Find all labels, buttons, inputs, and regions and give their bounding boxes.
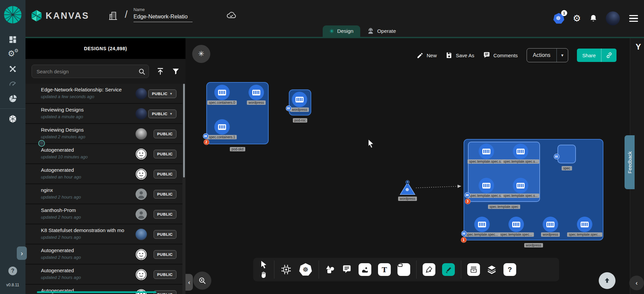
visibility-badge[interactable]: PUBLIC [154,190,176,199]
visibility-badge[interactable]: PUBLIC [154,230,176,239]
visibility-badge-label: PUBLIC [157,252,173,256]
container-node-spec.template.spec.s...[interactable] [513,144,528,159]
container-node-spec.template.spec.s...[interactable] [479,178,494,193]
drawer-tool[interactable] [467,263,480,276]
container-node-wordpress[interactable] [249,85,264,100]
visibility-badge[interactable]: PUBLIC [154,270,176,279]
notifications-bell-icon[interactable] [589,14,598,23]
settings-gear-icon[interactable]: ⚙ [573,14,581,23]
visibility-badge[interactable]: PUBLIC [154,290,176,294]
design-list-item[interactable]: Autogeneratedupdated 10 minutes agoPUBLI… [25,144,185,164]
design-list-item[interactable]: Autogeneratedupdated 2 hours agoPUBLIC [25,265,185,285]
visibility-badge[interactable]: PUBLIC [154,130,176,138]
container-node-spec.template.spec...[interactable] [474,217,490,232]
import-design-icon[interactable] [156,67,164,75]
help-tool[interactable]: ? [503,263,516,276]
container-bar [583,223,584,226]
visibility-badge[interactable]: PUBLIC [154,210,176,219]
meshery-logo[interactable] [3,5,22,24]
zoom-in-button[interactable] [193,272,211,290]
container-node-wordpress[interactable] [292,92,307,107]
design-list-item[interactable]: Reviewing Designsupdated 2 minutes agoPU… [25,124,185,144]
design-name-input[interactable]: Edge-Network-Relatio [133,12,193,22]
collapse-left-chevron[interactable]: ‹ [185,274,193,291]
container-node-spec.containers.1[interactable] [214,119,230,135]
freehand-tool[interactable] [442,263,455,276]
filter-funnel-icon[interactable] [172,67,180,75]
kubernetes-triangle-node[interactable] [399,182,416,195]
user-avatar[interactable] [606,11,620,25]
container-bar [515,223,516,226]
sidebar-item-catalog[interactable] [0,91,25,106]
cursor-tool[interactable] [260,261,268,269]
tab-operate[interactable]: Operate [360,25,403,37]
feedback-label: Feedback [627,151,633,173]
design-title: Autogenerated [41,268,131,273]
container-node-wordpress[interactable] [543,217,558,232]
design-list-item[interactable]: nginxupdated 2 hours agoPUBLIC [25,184,185,204]
design-list-item[interactable]: Santhosh-Promupdated 2 hours agoPUBLIC [25,204,185,224]
kubernetes-context-switcher[interactable]: ☸ 1 [553,12,565,24]
visibility-badge[interactable]: PUBLIC [154,250,176,259]
cloud-saved-icon[interactable] [226,11,237,21]
container-node-spec.template.spec.s...[interactable] [479,144,494,159]
visibility-badge[interactable]: PUBLIC▼ [148,89,176,98]
feedback-button[interactable]: Feedback [625,135,635,189]
design-search-input[interactable] [32,65,149,78]
visibility-badge[interactable]: PUBLIC [154,150,176,158]
design-list-item[interactable]: K8 Statefulset demonstration with moupda… [25,224,185,244]
design-list-item[interactable]: Autogeneratedupdated an hour agoPUBLIC [25,164,185,184]
container-node-spec.template.spec...[interactable] [508,217,524,232]
expand-sidebar-chevron[interactable]: › [17,246,27,260]
component-tool[interactable] [280,264,292,275]
search-icon[interactable] [138,68,146,77]
new-button[interactable]: New [417,52,437,59]
group-node-spec[interactable] [557,145,576,163]
sidebar-item-lifecycle[interactable]: ⚙ ⚙ [0,47,25,62]
sidebar-item-extensions[interactable] [0,112,25,126]
design-list-item[interactable]: Autogeneratedupdated 2 hours agoPUBLIC [25,244,185,265]
sidebar-item-configuration[interactable] [0,62,25,76]
save-as-label: Save As [456,53,474,58]
design-list-item[interactable]: Reviewing Designsupdated a minute agoPUB… [25,104,185,124]
kanvas-logo[interactable]: KANVAS [31,9,89,22]
pen-tool[interactable] [423,263,435,276]
container-node-spec.containers.0[interactable] [214,85,230,100]
toolbar-divider [319,261,319,279]
canvas-kubernetes-button[interactable]: ✳ [192,45,210,63]
help-button[interactable]: ? [8,267,17,275]
collapse-right-chevron[interactable]: ‹ [629,276,644,290]
save-as-button[interactable]: Save As [445,52,474,59]
layers-tool[interactable] [487,265,497,274]
container-node-spec.template.spec.s...[interactable] [513,178,528,193]
comments-button[interactable]: Comments [483,52,518,59]
image-tool[interactable] [359,263,371,276]
design-list-item[interactable]: Edge-Network-Relationship: Serviceupdate… [25,84,185,104]
shapes-dock-toggle-icon[interactable]: Y [636,42,641,52]
dashboard-icon [8,35,17,44]
visibility-badge[interactable]: PUBLIC▼ [148,109,176,118]
comment-tool[interactable] [342,265,352,275]
shapes-tool[interactable] [325,265,335,274]
note-tool[interactable] [397,263,410,276]
copy-link-icon[interactable] [601,49,616,62]
visibility-badge[interactable]: PUBLIC [154,170,176,178]
sidebar-item-dashboard[interactable] [0,32,25,47]
menu-hamburger-icon[interactable] [628,14,639,23]
design-name-label: Name [133,7,193,12]
tab-design[interactable]: ✳ Design [323,25,360,37]
container-node-spec.template.spec...[interactable] [577,217,592,232]
container-icon [482,149,490,154]
actions-dropdown-button[interactable]: Actions ▼ [527,48,568,62]
text-tool[interactable]: T [378,263,391,276]
organization-icon[interactable] [108,11,118,22]
hand-tool[interactable] [260,271,268,279]
sidebar-item-performance[interactable] [0,76,25,91]
scroll-up-button[interactable] [599,272,615,289]
actions-caret-icon[interactable]: ▼ [556,49,568,62]
container-bar [518,184,519,187]
share-button[interactable]: Share [577,49,616,62]
kubernetes-tool[interactable]: ☸ [299,263,313,277]
designs-scrollbar-thumb[interactable] [183,84,185,177]
designs-horizontal-scrollbar[interactable] [37,291,156,293]
